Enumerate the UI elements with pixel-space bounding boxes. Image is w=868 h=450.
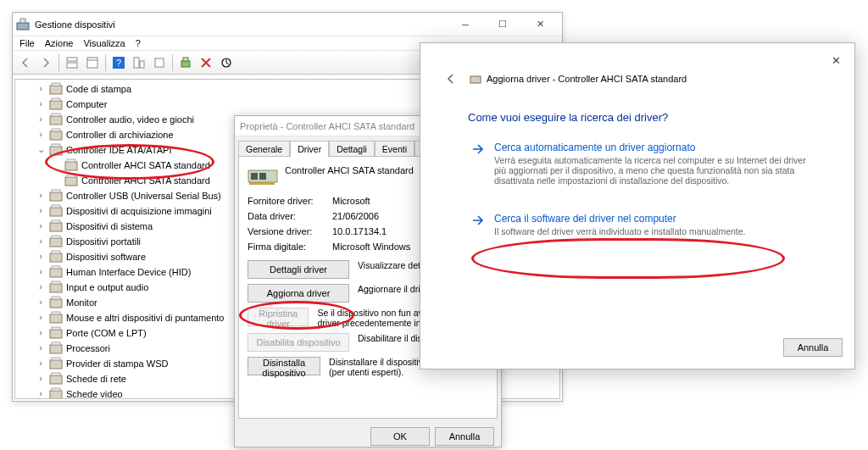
menu-azione[interactable]: Azione: [45, 38, 74, 48]
svg-rect-11: [181, 61, 190, 67]
expander-icon[interactable]: ›: [36, 358, 46, 368]
dm-titlebar: Gestione dispositivi ─ ☐ ✕: [13, 13, 562, 36]
tree-item-label: Computer: [66, 99, 107, 109]
wizard-close-button[interactable]: ✕: [822, 48, 849, 72]
wizard-cancel-button[interactable]: Annulla: [783, 338, 843, 357]
dm-close-button[interactable]: ✕: [521, 13, 559, 36]
expander-icon[interactable]: ⌄: [36, 144, 46, 155]
expander-icon[interactable]: ›: [36, 205, 46, 215]
tree-item-label: Human Interface Device (HID): [66, 267, 191, 277]
tree-item-label: Controller di archiviazione: [66, 130, 174, 140]
wizard-option-browse-desc: Il software del driver verrà individuato…: [494, 226, 745, 236]
update-driver-wizard: ✕ Aggiorna driver - Controller AHCI SATA…: [420, 42, 855, 369]
button-aggiorna-driver[interactable]: Aggiorna driver: [248, 284, 349, 303]
tree-item-label: Provider di stampa WSD: [66, 358, 168, 369]
svg-rect-54: [50, 391, 62, 399]
expander-icon[interactable]: ›: [36, 190, 46, 200]
dm-maximize-button[interactable]: ☐: [484, 13, 521, 36]
toolbar-action2-icon[interactable]: [150, 53, 169, 72]
svg-rect-21: [52, 129, 60, 131]
svg-rect-30: [50, 208, 62, 216]
label-data: Data driver:: [248, 211, 332, 221]
wizard-option-browse[interactable]: Cerca il software del driver nel compute…: [465, 210, 821, 239]
annotation-circle-browse-option: [471, 238, 785, 279]
wizard-option-auto-desc: Verrà eseguita automaticamente la ricerc…: [494, 155, 815, 186]
svg-rect-68: [470, 76, 481, 83]
svg-rect-25: [67, 159, 75, 162]
dm-minimize-button[interactable]: ─: [447, 13, 484, 36]
arrow-right-icon: [470, 142, 486, 157]
expander-icon[interactable]: ›: [36, 129, 46, 139]
svg-rect-50: [50, 360, 62, 369]
tree-item-label: Dispositivi di acquisizione immagini: [66, 206, 212, 216]
label-fornitore: Fornitore driver:: [248, 196, 332, 206]
toolbar-show-hide-icon[interactable]: [63, 53, 81, 72]
wizard-option-browse-title: Cerca il software del driver nel compute…: [494, 213, 745, 225]
svg-rect-52: [50, 375, 62, 384]
svg-rect-8: [134, 58, 139, 68]
expander-icon[interactable]: ›: [36, 388, 46, 398]
button-dettagli-driver[interactable]: Dettagli driver: [248, 260, 349, 279]
svg-rect-15: [52, 83, 60, 86]
expander-icon[interactable]: ›: [36, 236, 46, 246]
label-firma: Firma digitale:: [248, 242, 332, 252]
toolbar-help-icon[interactable]: ?: [109, 53, 128, 72]
toolbar-properties-icon[interactable]: [83, 53, 102, 72]
expander-icon[interactable]: ›: [36, 312, 46, 322]
tab-driver[interactable]: Driver: [290, 141, 329, 157]
tab-dettagli[interactable]: Dettagli: [329, 141, 375, 157]
svg-rect-34: [50, 238, 62, 247]
tree-item-label: Dispositivi portatili: [66, 236, 141, 247]
wizard-option-auto-title: Cerca automaticamente un driver aggiorna…: [494, 142, 815, 153]
wizard-back-button[interactable]: [441, 69, 461, 89]
expander-icon[interactable]: ›: [36, 266, 46, 276]
menu-visualizza[interactable]: Visualizza: [83, 38, 125, 48]
svg-rect-42: [50, 299, 62, 308]
svg-rect-43: [52, 297, 60, 299]
svg-rect-45: [52, 312, 60, 314]
svg-rect-20: [50, 131, 62, 140]
menu-file[interactable]: File: [19, 38, 35, 48]
expander-icon[interactable]: ›: [36, 114, 46, 124]
svg-rect-4: [87, 58, 97, 68]
expander-icon[interactable]: ›: [36, 342, 46, 353]
tree-item-label: Dispositivi di sistema: [66, 221, 153, 231]
expander-icon[interactable]: ›: [36, 251, 46, 261]
button-disinstalla-dispositivo[interactable]: Disinstalla dispositivo: [248, 357, 320, 375]
toolbar-forward-icon[interactable]: [36, 53, 55, 72]
toolbar-uninstall-icon[interactable]: [197, 53, 215, 72]
svg-rect-1: [20, 19, 25, 23]
toolbar-action1-icon[interactable]: [130, 53, 148, 72]
tree-item-label: Dispositivi software: [66, 252, 146, 262]
expander-icon[interactable]: ›: [36, 220, 46, 231]
svg-rect-48: [50, 345, 62, 353]
expander-icon[interactable]: ›: [36, 327, 46, 337]
svg-rect-23: [52, 144, 60, 147]
tab-eventi[interactable]: Eventi: [375, 141, 415, 157]
tree-item-label: Controller audio, video e giochi: [66, 114, 194, 125]
svg-rect-26: [65, 177, 77, 186]
svg-rect-65: [251, 173, 258, 180]
button-ok[interactable]: OK: [370, 427, 430, 446]
expander-icon[interactable]: ›: [36, 297, 46, 307]
menu-help[interactable]: ?: [136, 38, 141, 48]
toolbar-back-icon[interactable]: [16, 53, 35, 72]
tree-item-label: Processori: [66, 343, 110, 353]
expander-icon[interactable]: ›: [36, 373, 46, 383]
toolbar-scan-icon[interactable]: [176, 53, 195, 72]
tab-generale[interactable]: Generale: [238, 141, 290, 157]
svg-rect-46: [50, 330, 62, 338]
svg-rect-19: [52, 114, 60, 116]
tree-item-label: Controller USB (Universal Serial Bus): [66, 191, 221, 201]
wizard-header: Aggiorna driver - Controller AHCI SATA s…: [420, 43, 854, 89]
expander-icon[interactable]: ›: [36, 83, 46, 93]
svg-rect-40: [50, 284, 62, 292]
wizard-option-auto[interactable]: Cerca automaticamente un driver aggiorna…: [465, 139, 821, 188]
svg-rect-18: [50, 116, 62, 125]
expander-icon[interactable]: ›: [36, 281, 46, 292]
toolbar-update-icon[interactable]: [217, 53, 236, 72]
svg-rect-35: [52, 236, 60, 238]
button-annulla[interactable]: Annulla: [435, 427, 494, 446]
expander-icon[interactable]: ›: [36, 98, 46, 108]
svg-rect-14: [50, 86, 62, 94]
